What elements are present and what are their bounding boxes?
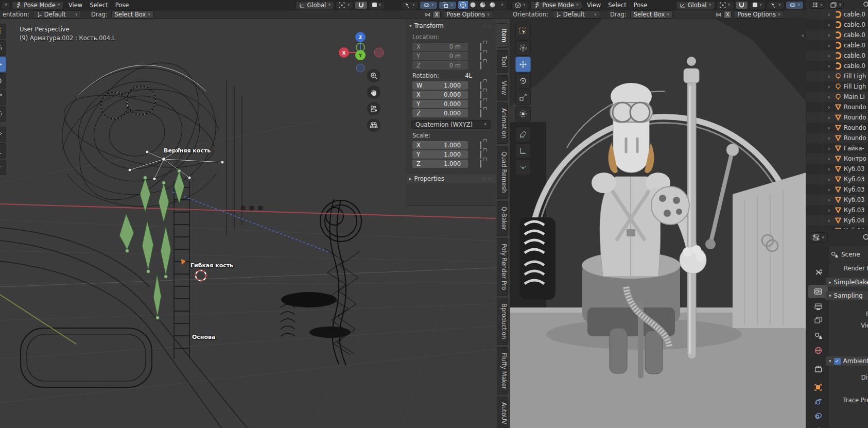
n-panel-tab[interactable]: Animation (497, 102, 508, 144)
pan-hand-button[interactable] (367, 85, 380, 99)
cursor-3d-tool[interactable] (0, 40, 6, 56)
outliner-row[interactable]: › Куб.03 (806, 184, 868, 195)
scale-tool[interactable] (515, 90, 531, 105)
rotate-tool[interactable] (0, 73, 6, 89)
orientation-dropdown[interactable]: Global ∨ (676, 1, 715, 9)
rotation-value-field[interactable]: Y0.000 (412, 100, 468, 108)
expand-chevron-icon[interactable]: › (828, 156, 832, 162)
n-panel-tab[interactable]: Quad Remesh (497, 146, 508, 198)
n-panel-tab[interactable]: Poly Render Pro (497, 238, 508, 296)
n-panel-tab[interactable]: Item (497, 23, 508, 48)
lock-icon[interactable] (480, 52, 481, 60)
xray-toggle-dropdown[interactable]: ∨ (439, 1, 457, 9)
properties-subpanel-header[interactable]: ▸ Properties :::: (406, 174, 496, 183)
expand-chevron-icon[interactable]: › (828, 145, 832, 152)
navigation-gizmo[interactable]: Z X Y (324, 24, 402, 81)
expand-chevron-icon[interactable]: › (828, 176, 832, 183)
tab-view-layer[interactable] (808, 314, 828, 327)
location-value-field[interactable]: X0 m (412, 43, 468, 51)
expand-chevron-icon[interactable]: › (828, 197, 832, 203)
tab-scene[interactable] (808, 329, 828, 343)
pose-curve-tool[interactable] (515, 160, 531, 175)
outliner-row[interactable]: › cable.0 (806, 61, 868, 71)
right-viewport-canvas[interactable]: ‹ (510, 19, 806, 428)
pose-options-dropdown[interactable]: Pose Options ∨ (734, 10, 784, 19)
select-box-tool[interactable] (515, 24, 531, 39)
sidebar-collapse-arrow[interactable]: ‹ (802, 31, 804, 39)
drag-mode-dropdown[interactable]: Select Box ∨ (111, 10, 154, 19)
lock-icon[interactable] (480, 61, 481, 70)
outliner-editor-type-button[interactable]: ∨ (809, 1, 825, 9)
outliner-row[interactable]: › Roundo (806, 123, 868, 133)
outliner-row[interactable]: › Fill Ligh (806, 81, 868, 92)
outliner-row[interactable]: › Куб.03 (806, 195, 868, 205)
properties-search-icon[interactable] (862, 233, 868, 242)
zoom-button[interactable] (367, 69, 380, 82)
move-tool[interactable] (0, 57, 6, 72)
scale-value-field[interactable]: Z1.000 (412, 160, 468, 168)
proportional-editing-dropdown[interactable]: ∨ (749, 1, 766, 9)
select-box-tool[interactable] (0, 24, 6, 39)
expand-chevron-icon[interactable]: › (828, 135, 832, 142)
pose-options-dropdown[interactable]: Pose Options ∨ (443, 10, 493, 19)
expand-chevron-icon[interactable]: › (828, 32, 832, 39)
orientation-default-dropdown[interactable]: Default ∨ (33, 10, 81, 19)
panel-drag-dots-icon[interactable]: :::: (483, 176, 492, 181)
location-value-field[interactable]: Z0 m (412, 61, 468, 70)
lock-icon[interactable] (480, 43, 481, 51)
outliner-row[interactable]: › Куб.04 (806, 215, 868, 226)
editor-type-button-cropped[interactable]: ∨ (1, 1, 11, 9)
outliner-row[interactable]: › Roundo (806, 102, 868, 112)
expand-chevron-icon[interactable]: › (828, 125, 832, 131)
ambient-occlusion-panel-header[interactable]: ▾ ✓ Ambient Occlusion (826, 356, 868, 366)
rotate-tool[interactable] (515, 73, 531, 89)
expand-chevron-icon[interactable]: › (828, 42, 832, 49)
outliner-row[interactable]: › cable.0 (806, 50, 868, 61)
editor-type-button[interactable]: ∨ (511, 1, 529, 9)
outliner-row[interactable]: › Гайка- (806, 143, 868, 153)
camera-view-button[interactable] (367, 102, 380, 115)
transform-tool[interactable] (515, 106, 531, 122)
scale-tool[interactable] (0, 90, 6, 105)
proportional-editing-dropdown[interactable]: ∨ (369, 1, 385, 9)
expand-chevron-icon[interactable]: › (828, 114, 832, 121)
shading-dropdown[interactable]: ∨ (497, 1, 507, 9)
menu-item[interactable]: Select (604, 2, 630, 9)
expand-chevron-icon[interactable]: › (828, 83, 832, 90)
outliner-search-icon[interactable] (863, 1, 868, 9)
outliner-row[interactable]: › Main Li (806, 92, 868, 102)
expand-chevron-icon[interactable]: › (828, 11, 832, 18)
expand-chevron-icon[interactable]: › (828, 186, 832, 193)
scale-value-field[interactable]: Y1.000 (412, 150, 468, 159)
rotation-value-field[interactable]: W1.000 (412, 81, 468, 90)
menu-item[interactable]: View (583, 2, 604, 9)
lock-icon[interactable] (480, 160, 481, 168)
menu-item[interactable]: Pose (112, 2, 133, 9)
annotate-tool[interactable] (0, 127, 6, 142)
outliner-row[interactable]: › Куб.03 (806, 205, 868, 215)
tab-object[interactable] (808, 381, 828, 394)
show-gizmo-dropdown[interactable]: ∨ (401, 1, 419, 9)
outliner-row[interactable]: › cable.0 (806, 40, 868, 50)
menu-item[interactable]: View (65, 2, 86, 9)
outliner-row[interactable]: › Контро (806, 153, 868, 164)
outliner-row[interactable]: › Roundo (806, 112, 868, 123)
move-tool[interactable] (515, 57, 531, 72)
show-gizmo-dropdown[interactable]: ∨ (767, 1, 785, 9)
tab-constraints[interactable] (808, 409, 828, 422)
outliner-row[interactable]: › cable.0 (806, 9, 868, 20)
mode-dropdown[interactable]: Pose Mode ∨ (12, 1, 64, 9)
breadcrumb-scene[interactable]: Scene (841, 251, 860, 258)
pivot-point-dropdown[interactable]: ∨ (716, 1, 734, 9)
tab-object-data[interactable] (808, 424, 828, 428)
show-overlays-dropdown[interactable]: ∨ (786, 1, 804, 9)
transform-tool[interactable] (0, 106, 6, 122)
outliner-row[interactable]: › cable.0 (806, 30, 868, 40)
expand-chevron-icon[interactable]: › (828, 166, 832, 173)
menu-item[interactable]: Pose (630, 2, 651, 9)
sampling-panel-header[interactable]: ▾ Sampling (826, 291, 868, 300)
outliner-row[interactable]: › Куб.04 (806, 226, 868, 229)
tab-collection[interactable] (808, 362, 828, 375)
orientation-dropdown[interactable]: Global ∨ (296, 1, 335, 9)
ortho-grid-button[interactable] (367, 118, 380, 132)
